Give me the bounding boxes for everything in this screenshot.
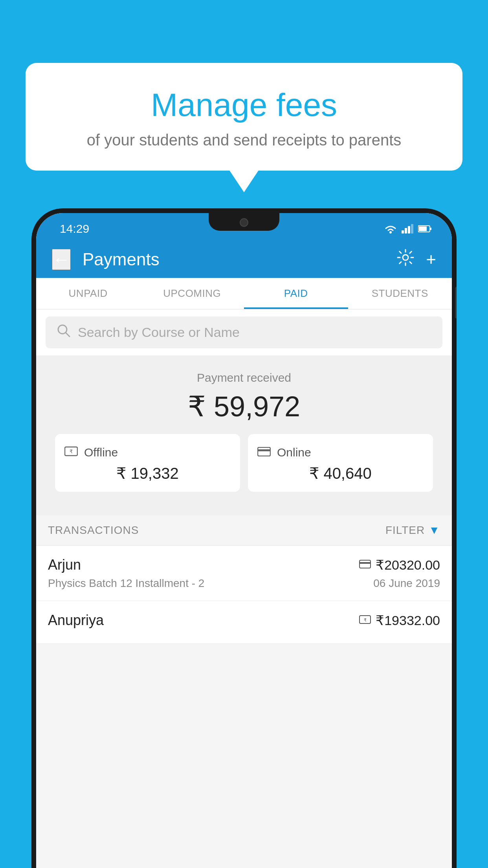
tabs-container: UNPAID UPCOMING PAID STUDENTS (36, 278, 452, 309)
search-icon (57, 324, 71, 341)
filter-label: FILTER (385, 524, 425, 537)
transaction-name: Arjun (48, 557, 81, 573)
tab-unpaid[interactable]: UNPAID (36, 278, 140, 309)
bubble-title: Manage fees (45, 86, 443, 123)
tab-students[interactable]: STUDENTS (348, 278, 452, 309)
status-icons (383, 224, 432, 234)
offline-icon: ₹ (64, 445, 78, 460)
transaction-amount-container: ₹ ₹19332.00 (359, 612, 440, 628)
offline-label: Offline (84, 446, 118, 459)
transaction-row-bottom: Physics Batch 12 Installment - 2 06 June… (48, 577, 440, 590)
transaction-amount-container: ₹20320.00 (359, 557, 440, 573)
transaction-date: 06 June 2019 (373, 577, 440, 590)
transaction-payment-icon: ₹ (359, 614, 371, 627)
transaction-name: Anupriya (48, 612, 104, 629)
tab-upcoming[interactable]: UPCOMING (140, 278, 244, 309)
payment-received-amount: ₹ 59,972 (46, 390, 442, 423)
svg-point-0 (389, 231, 392, 234)
svg-rect-6 (430, 228, 431, 230)
online-card: Online ₹ 40,640 (248, 434, 433, 492)
settings-button[interactable] (397, 249, 414, 270)
gear-icon (397, 249, 414, 266)
svg-rect-14 (258, 449, 270, 451)
phone-volume-button (455, 287, 457, 318)
transaction-amount: ₹19332.00 (376, 612, 440, 628)
header-icons: + (397, 249, 436, 270)
speech-bubble: Manage fees of your students and send re… (26, 63, 462, 171)
online-card-header: Online (257, 445, 424, 460)
svg-rect-2 (405, 228, 407, 234)
bubble-subtitle: of your students and send receipts to pa… (45, 131, 443, 149)
svg-rect-1 (402, 230, 404, 234)
transaction-course: Physics Batch 12 Installment - 2 (48, 577, 204, 590)
filter-button[interactable]: FILTER ▼ (385, 524, 440, 537)
offline-amount: ₹ 19,332 (64, 464, 231, 482)
search-placeholder: Search by Course or Name (78, 325, 240, 340)
phone-frame: 14:29 (31, 208, 457, 868)
header-title: Payments (83, 250, 385, 269)
svg-rect-7 (419, 226, 427, 231)
wifi-icon (383, 224, 398, 234)
online-label: Online (277, 446, 311, 459)
signal-icon (402, 224, 414, 234)
tab-paid[interactable]: PAID (244, 278, 348, 309)
table-row[interactable]: Anupriya ₹ ₹19332.00 (36, 601, 452, 644)
phone-notch (209, 213, 279, 231)
offline-card-header: ₹ Offline (64, 445, 231, 460)
payment-received-section: Payment received ₹ 59,972 ₹ Offline ₹ (36, 355, 452, 515)
svg-rect-3 (408, 226, 410, 234)
payment-cards: ₹ Offline ₹ 19,332 (46, 434, 442, 504)
svg-rect-4 (411, 224, 413, 234)
svg-rect-13 (258, 447, 270, 456)
app-header: ← Payments + (36, 241, 452, 278)
back-button[interactable]: ← (52, 249, 71, 270)
add-button[interactable]: + (426, 250, 436, 269)
transaction-row-top: Anupriya ₹ ₹19332.00 (48, 612, 440, 629)
transaction-row-top: Arjun ₹20320.00 (48, 557, 440, 573)
status-time: 14:29 (60, 222, 89, 235)
transaction-amount: ₹20320.00 (376, 557, 440, 573)
offline-card: ₹ Offline ₹ 19,332 (55, 434, 240, 492)
transaction-payment-icon (359, 559, 371, 571)
svg-text:₹: ₹ (364, 618, 367, 622)
search-container: Search by Course or Name (36, 309, 452, 355)
online-amount: ₹ 40,640 (257, 464, 424, 482)
search-bar[interactable]: Search by Course or Name (46, 316, 442, 348)
svg-line-10 (66, 333, 70, 337)
svg-rect-16 (360, 562, 371, 564)
svg-text:₹: ₹ (70, 449, 73, 454)
table-row[interactable]: Arjun ₹20320.00 Physics Batch 12 Install… (36, 546, 452, 601)
camera (240, 218, 248, 227)
transactions-label: TRANSACTIONS (48, 524, 139, 537)
phone-screen: 14:29 (36, 213, 452, 868)
svg-rect-15 (360, 560, 371, 568)
svg-point-8 (403, 255, 408, 260)
filter-icon: ▼ (429, 524, 440, 537)
transactions-header: TRANSACTIONS FILTER ▼ (36, 515, 452, 546)
payment-received-label: Payment received (46, 371, 442, 384)
online-icon (257, 445, 271, 460)
battery-icon (418, 225, 432, 233)
